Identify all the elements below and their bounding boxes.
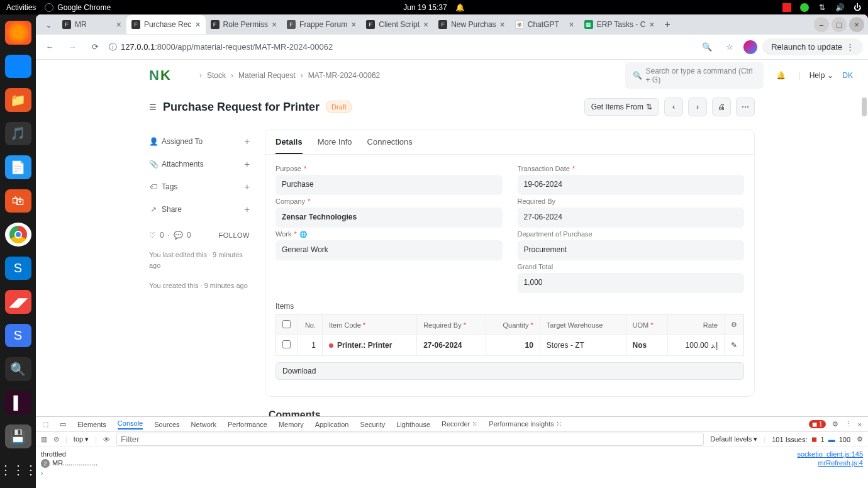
dt-tab-security[interactable]: Security (360, 421, 385, 428)
activities[interactable]: Activities (6, 3, 36, 12)
user-avatar[interactable]: DK (842, 71, 853, 80)
console-filter-input[interactable] (116, 433, 704, 446)
cell-rate[interactable]: 100.00 إ.د (668, 335, 725, 356)
dt-tab-perf-insights[interactable]: Performance insights ⁙ (489, 420, 561, 428)
add-attachment-button[interactable]: + (245, 159, 250, 169)
tab-role-permiss[interactable]: FRole Permiss× (206, 15, 282, 34)
attachments-section[interactable]: 📎Attachments+ (149, 153, 250, 175)
cell-warehouse[interactable]: Stores - ZT (540, 335, 626, 356)
transaction-date-field[interactable]: 19-06-2024 (518, 175, 745, 195)
dt-tab-recorder[interactable]: Recorder ⁙ (442, 420, 477, 428)
dock-thunderbird-icon[interactable] (5, 55, 31, 79)
bell-icon[interactable]: 🔔 (456, 3, 465, 12)
close-icon[interactable]: × (272, 19, 277, 30)
brand-logo[interactable]: NK (149, 62, 181, 92)
dock-magnifier-icon[interactable]: 🔍 (5, 357, 31, 381)
issues-counter[interactable]: 101 Issues: ◼1 ▬100 (772, 435, 850, 443)
table-row[interactable]: 1 Printer.: Printer 27-06-2024 10 Stores… (276, 335, 744, 356)
prev-doc-button[interactable]: ‹ (664, 97, 683, 116)
profile-icon[interactable] (743, 40, 757, 54)
log-levels-selector[interactable]: Default levels ▾ (710, 435, 757, 443)
tab-more-info[interactable]: More Info (318, 137, 352, 154)
dock-chrome-icon[interactable] (5, 223, 31, 247)
dock-rhythmbox-icon[interactable]: 🎵 (5, 122, 31, 146)
close-window-button[interactable]: × (849, 17, 864, 32)
breadcrumb-stock[interactable]: Stock (207, 71, 226, 80)
tags-section[interactable]: 🏷Tags+ (149, 175, 250, 198)
dock-files-icon[interactable]: 📁 (5, 88, 31, 112)
menu-button[interactable]: ⋯ (736, 97, 755, 116)
tab-mr[interactable]: FMR× (57, 15, 126, 34)
dock-anydesk-icon[interactable]: ◢◤ (5, 290, 31, 314)
tab-connections[interactable]: Connections (367, 137, 413, 154)
close-icon[interactable]: × (500, 19, 505, 30)
sidebar-toggle-icon[interactable]: ☰ (149, 103, 157, 112)
tab-details[interactable]: Details (275, 137, 303, 154)
help-menu[interactable]: Help⌄ (810, 71, 834, 80)
row-edit-button[interactable]: ✎ (725, 335, 744, 356)
dock-terminal-icon[interactable]: ▌ (5, 391, 31, 415)
address-bar[interactable]: ⓘ 127.0.0.1:8000/app/material-request/MA… (109, 38, 693, 57)
bookmark-icon[interactable]: ☆ (721, 38, 738, 56)
print-button[interactable]: 🖨 (712, 97, 731, 116)
context-selector[interactable]: top ▾ (74, 435, 89, 443)
work-field[interactable]: General Work (275, 240, 503, 260)
tray-status-icon[interactable] (800, 3, 809, 12)
required-by-field[interactable]: 27-06-2024 (518, 208, 745, 228)
minimize-button[interactable]: – (814, 17, 829, 32)
device-toggle-icon[interactable]: ▭ (60, 420, 66, 428)
cell-required-by[interactable]: 27-06-2024 (417, 335, 486, 356)
back-button[interactable]: ← (41, 38, 58, 56)
next-doc-button[interactable]: › (688, 97, 707, 116)
department-field[interactable]: Procurement (518, 240, 745, 260)
close-devtools-button[interactable]: × (858, 421, 862, 428)
dt-tab-sources[interactable]: Sources (154, 421, 179, 428)
heart-icon[interactable]: ♡ (149, 231, 156, 240)
new-tab-button[interactable]: + (660, 16, 676, 33)
tablist-dropdown-icon[interactable]: ⌄ (40, 16, 57, 33)
close-icon[interactable]: × (649, 19, 654, 30)
reload-button[interactable]: ⟳ (86, 38, 104, 56)
notifications-icon[interactable]: 🔔 (772, 67, 790, 84)
cell-qty[interactable]: 10 (486, 335, 540, 356)
dt-tab-memory[interactable]: Memory (279, 421, 304, 428)
tab-new-purchas[interactable]: FNew Purchas× (433, 15, 510, 34)
console-source-link[interactable]: socketio_client.js:145 (797, 450, 863, 458)
error-count-badge[interactable]: ◼ 1 (809, 420, 825, 428)
get-items-from-button[interactable]: Get Items From⇅ (584, 98, 659, 116)
company-field[interactable]: Zensar Technologies (275, 208, 503, 228)
scrollbar[interactable] (862, 97, 867, 116)
eye-icon[interactable]: 👁 (103, 436, 110, 443)
tab-purchase-rec[interactable]: FPurchase Rec× (126, 15, 206, 34)
gear-icon[interactable]: ⚙ (832, 420, 838, 428)
close-icon[interactable]: × (351, 19, 356, 30)
dock-device-icon[interactable]: 💾 (5, 424, 31, 448)
add-assignee-button[interactable]: + (245, 136, 250, 147)
site-info-icon[interactable]: ⓘ (109, 42, 117, 53)
zoom-icon[interactable]: 🔍 (698, 38, 716, 56)
power-icon[interactable]: ⏻ (853, 3, 862, 12)
dt-tab-network[interactable]: Network (191, 421, 216, 428)
console-settings-icon[interactable]: ⚙ (857, 435, 863, 443)
cell-itemcode[interactable]: Printer.: Printer (323, 335, 417, 356)
add-share-button[interactable]: + (245, 204, 250, 214)
dock-firefox-icon[interactable] (5, 21, 31, 45)
volume-icon[interactable]: 🔊 (835, 3, 844, 12)
maximize-button[interactable]: ▢ (832, 17, 847, 32)
tray-anydesk-icon[interactable] (782, 3, 791, 12)
kebab-icon[interactable]: ⋮ (845, 420, 852, 428)
search-input[interactable]: 🔍Search or type a command (Ctrl + G) (625, 62, 764, 89)
console-prompt[interactable]: › (41, 469, 43, 477)
tab-frappe-forum[interactable]: FFrappe Forum× (282, 15, 361, 34)
tab-client-script[interactable]: FClient Script× (361, 15, 433, 34)
dt-tab-lighthouse[interactable]: Lighthouse (396, 421, 430, 428)
row-checkbox[interactable] (282, 340, 291, 348)
inspect-icon[interactable]: ⬚ (42, 420, 48, 428)
breadcrumb-material-request[interactable]: Material Request (238, 71, 296, 80)
cell-uom[interactable]: Nos (626, 335, 668, 356)
add-tag-button[interactable]: + (245, 182, 250, 192)
clear-console-icon[interactable]: ⊘ (53, 435, 59, 443)
follow-button[interactable]: FOLLOW (219, 231, 250, 239)
dock-software-icon[interactable]: 🛍 (5, 189, 31, 213)
assigned-to-section[interactable]: 👤Assigned To+ (149, 130, 250, 153)
